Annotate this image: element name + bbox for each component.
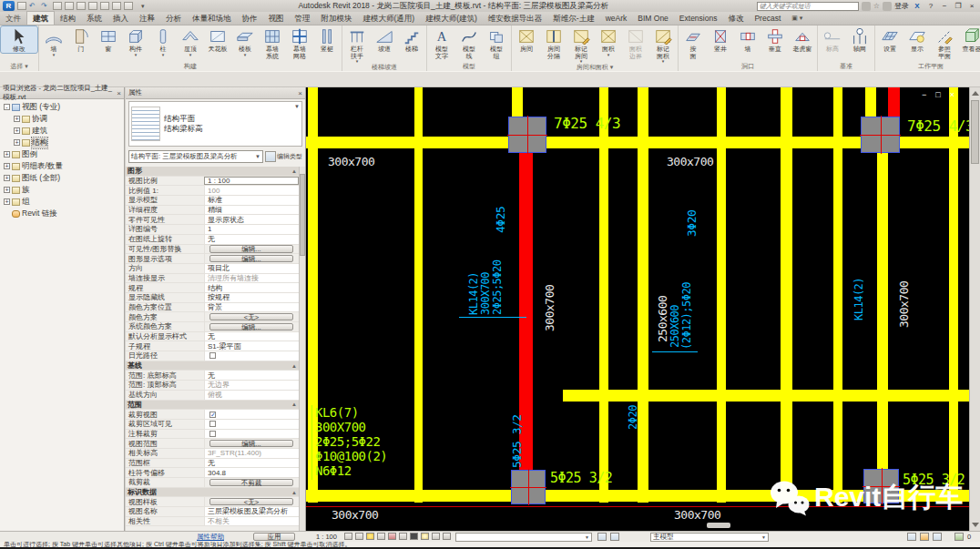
栏杆扶手-button[interactable]: 栏杆 扶手▾ [343,26,371,63]
temporary-hide-isolate-icon[interactable] [410,533,418,540]
checkbox-裁剪区域可见[interactable] [209,421,216,427]
参照平面-button[interactable]: 参照 平面 [931,26,958,59]
编辑...-button[interactable]: 编辑... [209,323,293,331]
value-零件可见性[interactable]: 显示原状态 [204,215,299,224]
tab-体量和场地[interactable]: 体量和场地 [187,12,237,25]
value-范围框[interactable]: 无 [204,459,299,468]
browser-item-图例[interactable]: +图例 [0,148,124,160]
expand-icon[interactable]: + [14,127,20,134]
checkbox-裁剪视图[interactable]: ✓ [209,412,216,418]
模型线-button[interactable]: 模型 线 [455,26,483,59]
collapse-icon[interactable]: - [4,104,10,110]
tab-管理[interactable]: 管理 [290,12,316,25]
sun-path-icon[interactable] [366,533,374,540]
project-browser-header[interactable]: 项目浏览器 - 龙岗二医院项目_土建_模板.rvt × [0,87,124,99]
坡道-button[interactable]: 坡道 [371,26,398,53]
轴网-button[interactable]: 轴网 [846,26,873,53]
temporary-view-properties-icon[interactable] [432,533,440,540]
view-minimize-icon[interactable]: − [922,90,926,99]
shadows-icon[interactable] [377,533,385,540]
beam-annotation[interactable]: 4Φ25 [494,207,507,233]
beam-annotation[interactable]: 300x700 [674,508,720,522]
value-方向[interactable]: 项目北 [204,264,299,273]
beam[interactable] [512,87,523,117]
search-input[interactable] [757,2,859,11]
beam-annotation[interactable]: 2Φ25;5Φ20 [491,259,504,315]
revit-logo-icon[interactable]: R [3,1,15,11]
search-icon[interactable] [862,2,871,11]
竖梃-button[interactable]: 竖梃 [313,26,341,53]
beam-annotation[interactable]: 300x700 [332,508,378,522]
expand-icon[interactable]: + [4,198,10,205]
scroll-down-icon[interactable] [972,523,979,527]
编辑...-button[interactable]: 编辑... [209,245,293,253]
面积-button[interactable]: 面积▾ [595,26,622,56]
beam-annotation[interactable]: 300x700 [543,285,556,331]
redo-icon[interactable]: ↷ [41,2,50,10]
undo-icon[interactable]: ↶ [29,2,38,10]
屋顶-button[interactable]: 屋顶▾ [177,26,204,56]
beam[interactable] [949,87,958,503]
beam[interactable] [638,87,648,503]
browser-item-视图 (专业)[interactable]: -视图 (专业) [0,101,124,113]
老虎窗-button[interactable]: 老虎窗 [789,26,816,53]
竖井-button[interactable]: 竖井 [707,26,734,53]
crop-view-icon[interactable] [388,533,396,540]
beam-annotation[interactable]: KL14(2) [467,272,480,315]
beam[interactable] [865,87,876,117]
beam-annotation[interactable]: (2Φ12);5Φ20 [680,282,693,350]
tab-建模大师(通用)[interactable]: 建模大师(通用) [358,12,421,25]
browser-item-组[interactable]: +组 [0,196,124,208]
tab-协作[interactable]: 协作 [237,12,263,25]
vertical-scrollbar[interactable] [969,87,980,531]
墙-button[interactable]: 墙▾ [40,26,67,56]
楼板-button[interactable]: 楼板▾ [231,26,259,56]
天花板-button[interactable]: 天花板 [204,26,231,53]
minimize-button[interactable]: − [939,2,950,10]
显示-button[interactable]: 显示 [903,26,931,53]
filter-icon[interactable] [954,533,964,541]
column[interactable] [861,117,900,153]
expand-icon[interactable]: + [4,175,10,181]
模型文字-button[interactable]: A模型 文字 [428,26,455,59]
tab-维安数据导出器[interactable]: 维安数据导出器 [483,12,548,25]
beam-annotation[interactable]: KL14(2) [852,278,865,320]
print-icon[interactable] [53,2,62,10]
editing-requests-icon[interactable] [597,533,607,541]
beam[interactable] [563,390,969,402]
<无>-button[interactable]: <无> [209,313,293,321]
restore-button[interactable]: ❐ [953,2,964,10]
sign-in-link[interactable]: 登录 [894,1,909,11]
browser-item-族[interactable]: +族 [0,184,124,196]
save-icon[interactable] [17,2,26,10]
tab-视图[interactable]: 视图 [263,12,290,25]
value-详细程度[interactable]: 精细 [204,206,299,215]
垂直-button[interactable]: 垂直 [761,26,789,53]
apply-button[interactable]: 应用 [253,533,295,541]
tab-附加模块[interactable]: 附加模块 [316,12,358,25]
墙-button[interactable]: 墙 [734,26,761,53]
beam-annotation[interactable]: 7Φ25 4/3 [554,115,620,132]
tab-file[interactable]: 文件 [0,12,26,25]
value-在图纸上旋转[interactable]: 无 [204,235,299,244]
beam-annotation[interactable]: 250x600 [656,296,669,342]
properties-scrollbar[interactable] [299,167,305,531]
beam-annotation[interactable]: 5Φ25 3/2 [510,414,524,468]
highlighted-beam[interactable] [888,87,900,117]
favorites-star-icon[interactable]: ☆ [873,2,880,11]
beam-annotation[interactable]: 300x700 [328,155,374,168]
ribbon-state-toggle-icon[interactable]: ▣ ▾ [786,12,808,25]
view-filter-select[interactable]: 结构平面: 三层梁模板图及梁高分析 ▼ [128,150,263,163]
measure-icon[interactable] [65,2,74,10]
beam[interactable] [781,87,792,503]
edit-type-button[interactable]: 编辑类型 [265,151,302,162]
design-option-select[interactable]: 主模型 ▼ [650,533,769,542]
设置-button[interactable]: 设置 [876,26,903,53]
tab-Precast[interactable]: Precast [749,12,786,25]
beam-annotation[interactable]: 3Φ20 [685,210,699,237]
project-browser-close-icon[interactable]: × [117,89,121,97]
beam-annotation[interactable]: 5Φ25 3/2 [550,470,612,486]
beam[interactable] [833,87,842,503]
柱-button[interactable]: 柱▾ [149,26,177,56]
properties-header[interactable]: 属性 × [126,87,305,99]
